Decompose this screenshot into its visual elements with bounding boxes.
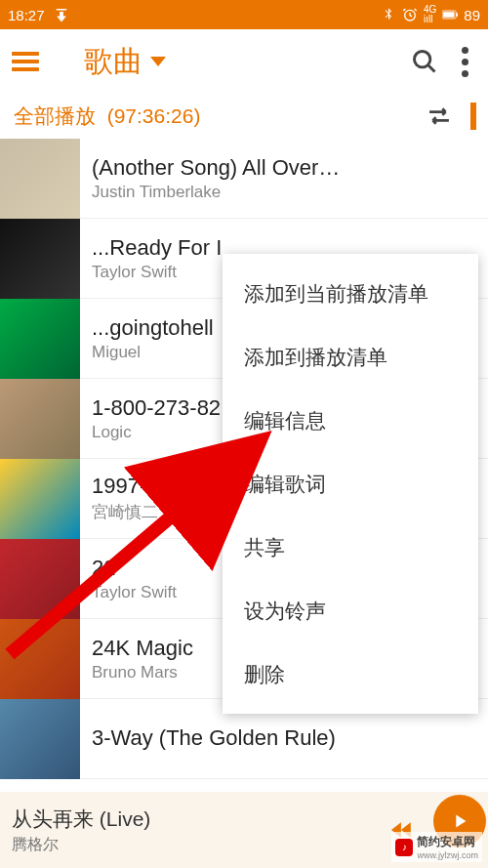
battery-icon [442,7,458,22]
page-title: 歌曲 [84,42,142,82]
download-icon [53,6,70,23]
play-icon [449,810,470,832]
album-art [0,219,80,299]
menu-edit-info[interactable]: 编辑信息 [223,389,478,452]
song-row[interactable]: (Another Song) All Over… Justin Timberla… [0,139,488,219]
album-art [0,299,80,379]
svg-rect-3 [443,12,454,18]
song-title: 3-Way (The Golden Rule) [92,725,488,751]
song-artist: Justin Timberlake [92,183,449,202]
search-icon[interactable] [411,48,438,75]
page-title-dropdown[interactable]: 歌曲 [84,42,166,82]
album-art [0,699,80,779]
chevron-down-icon[interactable] [449,168,488,189]
menu-icon[interactable] [12,48,39,75]
network-icon: 4Giıll [424,5,436,24]
album-art [0,139,80,219]
scroll-indicator [470,103,476,130]
status-bar: 18:27 4Giıll 89 [0,0,488,29]
android-icon: ♪ [395,839,413,856]
menu-add-playlist[interactable]: 添加到播放清单 [223,325,478,389]
song-title: (Another Song) All Over… [92,155,449,181]
album-art [0,539,80,619]
status-battery: 89 [464,7,480,23]
play-all-duration: (97:36:26) [107,104,201,127]
watermark-url: www.jylzwj.com [417,850,478,860]
alarm-icon [402,7,418,22]
menu-set-ringtone[interactable]: 设为铃声 [223,579,478,642]
menu-share[interactable]: 共享 [223,516,478,579]
play-all-label: 全部播放 [14,104,96,127]
menu-add-current-playlist[interactable]: 添加到当前播放清单 [223,262,478,325]
watermark-brand: 简约安卓网 [417,834,478,850]
app-bar: 歌曲 [0,29,488,94]
svg-point-4 [415,52,430,67]
menu-edit-lyrics[interactable]: 编辑歌词 [223,452,478,516]
album-art [0,619,80,699]
now-playing-artist: 腾格尔 [12,835,388,855]
album-art [0,459,80,539]
status-time: 18:27 [8,7,45,23]
play-all-row[interactable]: 全部播放 (97:36:26) [0,94,488,139]
album-art [0,379,80,459]
watermark: ♪ 简约安卓网 www.jylzwj.com [391,832,482,862]
chevron-down-icon [150,57,166,66]
now-playing-title: 从头再来 (Live) [12,806,388,833]
svg-rect-2 [457,13,459,16]
overflow-menu-icon[interactable] [454,47,476,77]
menu-delete[interactable]: 删除 [223,642,478,706]
context-menu: 添加到当前播放清单 添加到播放清单 编辑信息 编辑歌词 共享 设为铃声 删除 [223,254,478,714]
svg-line-5 [428,65,435,72]
shuffle-icon[interactable] [426,105,453,127]
bluetooth-icon [381,7,396,22]
